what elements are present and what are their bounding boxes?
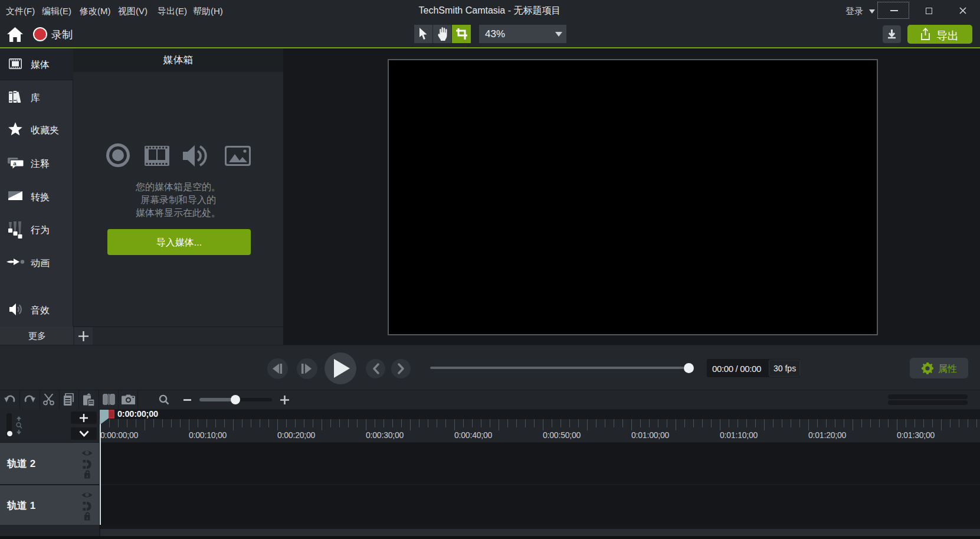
svg-text:a: a xyxy=(13,160,17,166)
